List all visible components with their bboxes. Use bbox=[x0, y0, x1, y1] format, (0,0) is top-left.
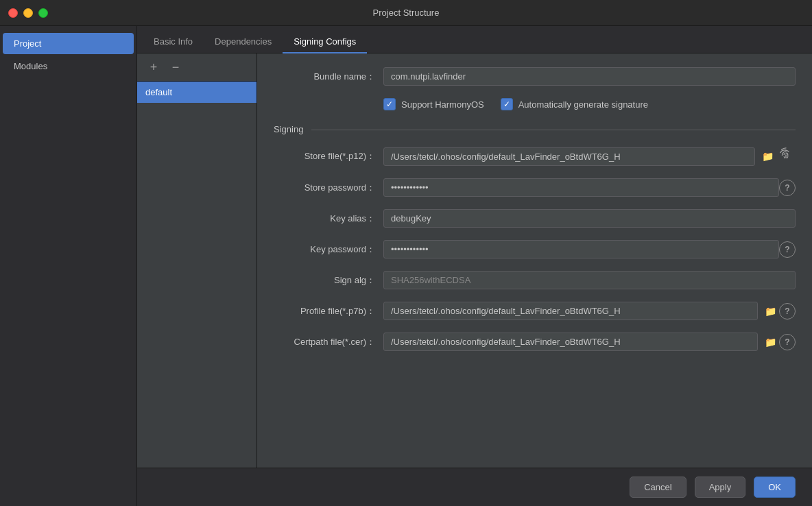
signing-section-header: Signing bbox=[274, 124, 796, 136]
config-container: + − default Bundle name： bbox=[137, 53, 812, 468]
config-list-toolbar: + − bbox=[137, 53, 256, 82]
support-harmony-label: Support HarmonyOS bbox=[401, 99, 484, 110]
profile-file-help-button[interactable]: ? bbox=[779, 303, 796, 320]
sign-alg-label: Sign alg： bbox=[274, 274, 383, 287]
profile-file-input[interactable] bbox=[383, 302, 758, 320]
bundle-name-row: Bundle name： bbox=[274, 67, 796, 86]
tab-dependencies[interactable]: Dependencies bbox=[204, 31, 283, 53]
store-password-help-button[interactable]: ? bbox=[779, 180, 796, 196]
maximize-button[interactable] bbox=[38, 8, 48, 18]
auto-signature-check-icon: ✓ bbox=[501, 98, 513, 110]
sidebar-item-project[interactable]: Project bbox=[3, 33, 134, 54]
auto-signature-checkbox[interactable]: ✓ Automatically generate signature bbox=[501, 98, 648, 110]
store-password-row: Store password： ? bbox=[274, 178, 796, 197]
certpath-file-label: Certpath file(*.cer)： bbox=[274, 336, 383, 348]
minimize-button[interactable] bbox=[23, 8, 33, 18]
signing-section-title: Signing bbox=[274, 124, 303, 134]
store-password-label: Store password： bbox=[274, 182, 383, 194]
checkboxes-row: ✓ Support HarmonyOS ✓ Automatically gene… bbox=[274, 98, 796, 110]
profile-file-row: Profile file(*.p7b)： 📁 ? bbox=[274, 302, 796, 320]
window-controls[interactable] bbox=[8, 8, 48, 18]
profile-file-input-group: 📁 bbox=[383, 302, 779, 320]
profile-file-label: Profile file(*.p7b)： bbox=[274, 305, 383, 317]
store-file-input[interactable] bbox=[383, 147, 755, 166]
certpath-file-browse-button[interactable]: 📁 bbox=[762, 334, 779, 350]
certpath-file-help-button[interactable]: ? bbox=[779, 334, 796, 350]
key-alias-row: Key alias： bbox=[274, 209, 796, 228]
main-layout: Project Modules Basic Info Dependencies … bbox=[0, 26, 812, 506]
support-harmony-checkbox[interactable]: ✓ Support HarmonyOS bbox=[383, 98, 484, 110]
store-password-input[interactable] bbox=[383, 178, 779, 197]
tabs-bar: Basic Info Dependencies Signing Configs bbox=[137, 26, 812, 53]
certpath-file-input-group: 📁 bbox=[383, 333, 779, 351]
config-list: default bbox=[137, 82, 256, 468]
config-list-panel: + − default bbox=[137, 53, 257, 468]
sign-alg-row: Sign alg： bbox=[274, 271, 796, 289]
remove-config-button[interactable]: − bbox=[167, 59, 184, 75]
tab-signing-configs[interactable]: Signing Configs bbox=[283, 31, 367, 53]
key-password-input[interactable] bbox=[383, 240, 779, 258]
form-panel: Bundle name： ✓ Support HarmonyOS ✓ bbox=[257, 53, 812, 468]
fingerprint-button[interactable] bbox=[776, 147, 796, 166]
store-file-input-group: 📁 bbox=[383, 147, 776, 166]
content-area: Basic Info Dependencies Signing Configs … bbox=[137, 26, 812, 506]
sidebar-item-modules[interactable]: Modules bbox=[3, 56, 134, 77]
store-file-browse-button[interactable]: 📁 bbox=[759, 148, 776, 165]
certpath-file-row: Certpath file(*.cer)： 📁 ? bbox=[274, 333, 796, 351]
bundle-name-label: Bundle name： bbox=[274, 71, 383, 83]
key-password-row: Key password： ? bbox=[274, 240, 796, 258]
bottom-bar: Cancel Apply OK bbox=[137, 468, 812, 506]
profile-file-browse-button[interactable]: 📁 bbox=[762, 303, 779, 320]
section-line bbox=[311, 130, 796, 130]
store-file-row: Store file(*.p12)： 📁 bbox=[274, 147, 796, 166]
cancel-button[interactable]: Cancel bbox=[630, 477, 686, 498]
config-list-item[interactable]: default bbox=[137, 82, 256, 103]
ok-button[interactable]: OK bbox=[754, 477, 796, 498]
apply-button[interactable]: Apply bbox=[695, 477, 746, 498]
key-alias-label: Key alias： bbox=[274, 213, 383, 225]
bundle-name-input[interactable] bbox=[383, 67, 796, 86]
key-password-help-button[interactable]: ? bbox=[779, 241, 796, 258]
key-alias-input[interactable] bbox=[383, 209, 796, 228]
key-password-label: Key password： bbox=[274, 243, 383, 256]
store-file-label: Store file(*.p12)： bbox=[274, 150, 383, 162]
auto-signature-label: Automatically generate signature bbox=[518, 99, 648, 110]
title-bar: Project Structure bbox=[0, 0, 812, 26]
close-button[interactable] bbox=[8, 8, 18, 18]
tab-basic-info[interactable]: Basic Info bbox=[143, 31, 204, 53]
add-config-button[interactable]: + bbox=[145, 59, 162, 75]
certpath-file-input[interactable] bbox=[383, 333, 758, 351]
window-title: Project Structure bbox=[373, 8, 440, 18]
sidebar: Project Modules bbox=[0, 26, 137, 506]
sign-alg-input[interactable] bbox=[383, 271, 796, 289]
support-harmony-check-icon: ✓ bbox=[383, 98, 396, 110]
